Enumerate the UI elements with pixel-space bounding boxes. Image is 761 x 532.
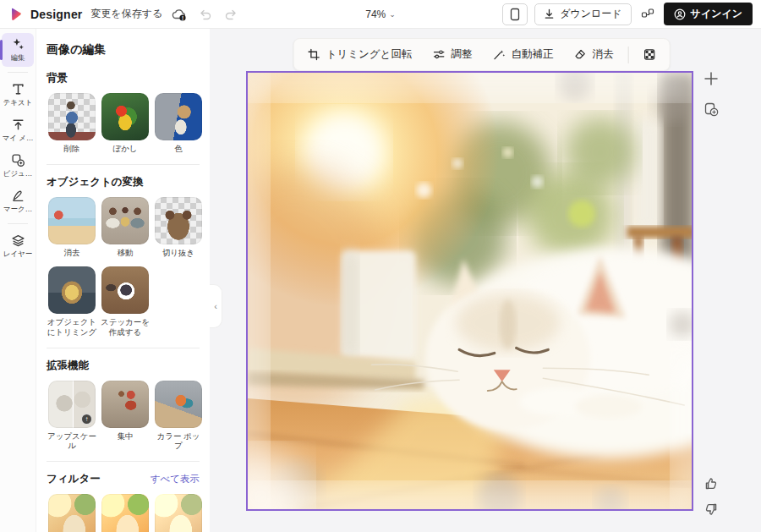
filters-grid [47,494,200,532]
layers-icon [11,233,25,248]
chevron-down-icon: ⌄ [389,10,396,19]
save-status-button[interactable]: 変更を保存する [91,7,163,21]
auto-enhance-button[interactable]: 自動補正 [483,41,562,68]
filter-option-1[interactable] [47,494,97,532]
filter-option-3[interactable] [153,494,204,532]
object-cutout-thumbnail [155,197,202,244]
background-remove-option[interactable]: 削除 [47,93,97,154]
share-nodes-icon [641,8,654,21]
signin-label: サインイン [691,7,742,21]
feedback-controls [702,474,720,518]
section-divider [47,461,200,462]
background-color-option[interactable]: 色 [153,93,204,154]
background-blur-option[interactable]: ぼかし [100,93,151,154]
cloud-icon: ! [172,8,187,21]
filter-option-2[interactable] [100,494,151,532]
duplicate-page-button[interactable] [702,100,720,118]
pen-icon [11,189,25,203]
crop-to-object-thumbnail [48,266,96,314]
magic-wand-icon [492,48,505,61]
rail-item-visuals[interactable]: ビジュ… [2,149,34,183]
thumb-label: カラー ポップ [153,431,204,452]
thumb-label: ステッカーを作成する [100,317,151,337]
svg-text:!: ! [182,14,183,20]
enhance-upscale-option[interactable]: ↑ アップスケール [47,381,97,452]
rail-item-layers[interactable]: レイヤー [2,229,34,263]
erase-button[interactable]: 消去 [564,41,622,68]
redo-button[interactable] [222,5,240,24]
object-erase-thumbnail [48,197,96,244]
filter-thumbnail-3 [155,494,202,532]
rail-label: レイヤー [3,250,33,260]
download-button[interactable]: ダウンロード [534,3,631,25]
crop-icon [308,48,320,61]
object-create-sticker-option[interactable]: ステッカーを作成する [100,266,151,337]
app-header: Designer 変更を保存する ! [0,0,761,29]
toolbar-separator [627,47,628,63]
header-left: Designer 変更を保存する ! [8,5,240,24]
thumb-label: 移動 [118,248,134,258]
filters-header: フィルター すべて表示 [47,472,200,486]
cloud-save-status-icon[interactable]: ! [169,5,189,24]
thumbs-down-button[interactable] [702,500,720,518]
thumb-label: ぼかし [112,144,137,154]
rail-separator [8,72,28,73]
section-title-background: 背景 [47,71,200,85]
transparency-button[interactable] [633,42,665,67]
object-erase-option[interactable]: 消去 [47,197,97,258]
erase-label: 消去 [592,47,613,62]
zoom-level-control[interactable]: 74% ⌄ [360,5,401,24]
section-divider [47,348,200,348]
object-grid: 消去 移動 切り抜き オブジェクトにトリミング ステッカーを作成する [47,197,200,337]
undo-button[interactable] [196,5,215,24]
text-icon [11,82,25,96]
download-label: ダウンロード [560,7,621,21]
section-title-object: オブジェクトの変換 [47,175,200,189]
filter-thumbnail-2 [101,494,149,532]
object-move-thumbnail [101,197,149,244]
thumb-label: 集中 [118,431,134,442]
rail-item-edit[interactable]: 編集 [2,33,34,67]
object-crop-to-object-option[interactable]: オブジェクトにトリミング [47,266,97,337]
crop-rotate-button[interactable]: トリミングと回転 [298,41,422,68]
eraser-icon [573,48,586,61]
object-move-option[interactable]: 移動 [100,197,151,258]
background-remove-thumbnail [48,93,96,140]
designer-logo-icon [8,7,24,22]
enhance-color-pop-option[interactable]: カラー ポップ [153,381,204,452]
auto-enhance-label: 自動補正 [511,47,553,62]
signin-button[interactable]: サインイン [664,3,753,25]
rail-label: マイ メ… [3,134,34,144]
mobile-preview-button[interactable] [502,3,528,25]
share-button[interactable] [638,5,657,24]
left-rail: 編集 テキスト マイ メ… ビジュ… [0,29,36,532]
image-canvas[interactable] [246,71,693,511]
add-page-button[interactable] [702,69,720,88]
sparkles-icon [11,37,25,52]
adjust-button[interactable]: 調整 [423,41,481,68]
panel-collapse-button[interactable]: ‹ [210,284,222,328]
rail-item-text[interactable]: テキスト [2,78,34,112]
focus-thumbnail [101,381,149,428]
adjust-label: 調整 [451,47,472,62]
rail-item-markup[interactable]: マーク… [2,184,34,218]
rail-label: 編集 [11,53,25,63]
app-title: Designer [30,8,83,21]
thumbs-up-button[interactable] [702,474,720,493]
image-edit-panel: 画像の編集 背景 削除 ぼかし 色 オブジェクトの変換 消去 [36,29,210,532]
filters-show-all-link[interactable]: すべて表示 [151,473,200,485]
background-grid: 削除 ぼかし 色 [47,93,200,154]
rail-item-my-media[interactable]: マイ メ… [2,113,34,147]
canvas-area: ‹ トリミングと回転 調整 [210,29,761,532]
rail-label: テキスト [3,98,33,108]
object-cutout-option[interactable]: 切り抜き [153,197,204,258]
upscale-thumbnail: ↑ [48,381,96,428]
person-circle-icon [674,8,686,20]
mobile-icon [510,8,520,21]
enhance-focus-option[interactable]: 集中 [100,381,151,452]
image-toolbar: トリミングと回転 調整 自動補正 [293,38,671,71]
thumb-label: 切り抜き [162,248,194,258]
sliders-icon [432,48,445,61]
zoom-level-value: 74% [365,8,386,20]
watercolor-sleeping-cat-image [248,73,692,509]
